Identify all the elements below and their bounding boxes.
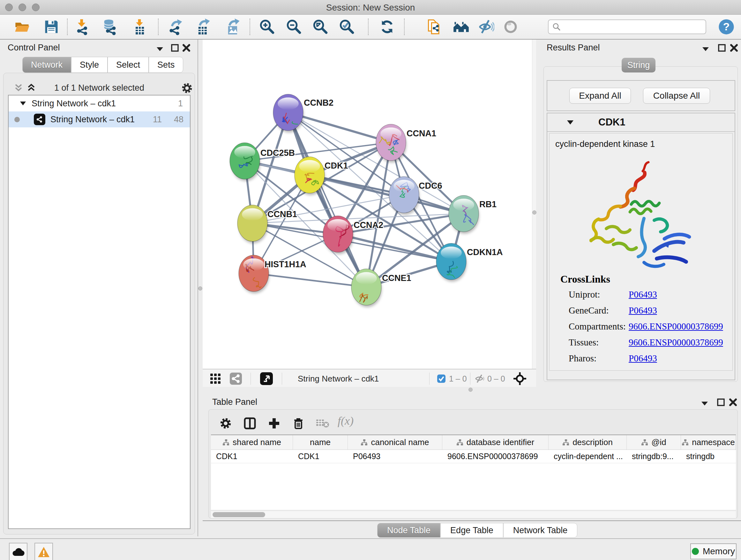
show-columns-button[interactable]: [241, 414, 259, 433]
zoom-fit-button[interactable]: [310, 17, 331, 37]
node-RB1[interactable]: [449, 195, 479, 234]
panel-float-icon[interactable]: [156, 46, 164, 52]
gear-icon[interactable]: [181, 82, 193, 94]
tab-node-table[interactable]: Node Table: [377, 523, 441, 538]
selected-checkbox-icon[interactable]: [434, 372, 448, 385]
splitter-handle[interactable]: [198, 287, 202, 291]
collection-expander-icon[interactable]: [19, 101, 26, 106]
node-CCNA1[interactable]: [376, 124, 406, 163]
network-canvas[interactable]: CCNB2CCNA1CDC25BCDK1CDC6RB1CCNB1CCNA2CDK…: [203, 40, 532, 369]
open-session-button[interactable]: [12, 17, 32, 37]
panel-close-icon[interactable]: [729, 398, 738, 407]
export-network-button[interactable]: [166, 17, 186, 37]
birds-eye-view-button[interactable]: [259, 372, 273, 385]
panel-maximize-icon[interactable]: [718, 44, 726, 52]
tab-network-table[interactable]: Network Table: [503, 523, 578, 538]
memory-button[interactable]: Memory: [690, 543, 737, 559]
table-hscrollbar[interactable]: [211, 511, 736, 518]
splitter-handle[interactable]: [468, 388, 473, 392]
network-collection-row[interactable]: String Network – cdk1 1: [9, 96, 190, 111]
refresh-button[interactable]: [377, 17, 397, 37]
column-header-label: shared name: [232, 437, 281, 447]
fit-selected-crosshair-button[interactable]: [513, 372, 527, 385]
zoom-out-button[interactable]: [284, 17, 304, 37]
import-table-icon: [131, 18, 148, 35]
zoom-selected-button[interactable]: [337, 17, 357, 37]
help-button[interactable]: ?: [716, 17, 737, 37]
panel-float-icon[interactable]: [700, 400, 709, 406]
crosslink-link[interactable]: 9606.ENSP00000378699: [629, 321, 723, 332]
string-document-button[interactable]: [424, 17, 445, 37]
tab-select[interactable]: Select: [108, 57, 149, 73]
import-table-button[interactable]: [129, 17, 150, 37]
left-splitter[interactable]: [198, 40, 203, 537]
splitter-handle[interactable]: [532, 210, 536, 214]
hidden-eye-icon[interactable]: [473, 372, 487, 385]
node-CCNE1[interactable]: [351, 269, 382, 307]
delete-table-button[interactable]: [313, 414, 332, 433]
delete-column-button[interactable]: [289, 414, 308, 433]
network-svg[interactable]: CCNB2CCNA1CDC25BCDK1CDC6RB1CCNB1CCNA2CDK…: [203, 40, 532, 369]
zoom-in-button[interactable]: [257, 17, 277, 37]
save-session-button[interactable]: [41, 17, 62, 37]
column-header-namespace[interactable]: namespace: [681, 435, 736, 449]
import-network-file-icon: [74, 18, 91, 35]
save-floppy-icon: [43, 18, 60, 35]
gene-section-header[interactable]: CDK1: [547, 113, 735, 132]
column-header-database-identifier[interactable]: database identifier: [442, 435, 549, 449]
tab-string[interactable]: String: [622, 58, 656, 72]
grid-view-button[interactable]: [208, 372, 222, 385]
network-share-button[interactable]: [229, 372, 243, 385]
gene-expander-icon[interactable]: [566, 119, 574, 125]
graphics-sphere-button[interactable]: [500, 17, 521, 37]
tab-style[interactable]: Style: [71, 57, 108, 73]
add-column-button[interactable]: [265, 414, 283, 433]
export-table-button[interactable]: [193, 17, 213, 37]
node-CDKN1A[interactable]: [436, 243, 467, 282]
node-label-CCNE1: CCNE1: [382, 273, 411, 283]
crosslink-link[interactable]: P06493: [629, 305, 657, 316]
string-home-button[interactable]: [451, 17, 471, 37]
node-CCNB2[interactable]: [273, 94, 304, 133]
tab-network[interactable]: Network: [22, 57, 71, 73]
search-input[interactable]: [561, 22, 702, 31]
function-builder-button[interactable]: f(x): [338, 414, 354, 428]
node-CDC25B[interactable]: [230, 143, 260, 181]
table-row[interactable]: CDK1CDK1P064939606.ENSP00000378699cyclin…: [211, 450, 736, 463]
collapse-all-button[interactable]: Collapse All: [643, 88, 710, 104]
column-header-label: canonical name: [371, 437, 429, 447]
column-header-name[interactable]: name: [293, 435, 348, 449]
export-image-button[interactable]: [223, 17, 243, 37]
tab-sets[interactable]: Sets: [149, 57, 183, 73]
column-header-shared-name[interactable]: shared name: [211, 435, 293, 449]
node-CCNA2[interactable]: [323, 216, 353, 254]
expand-all-button[interactable]: Expand All: [569, 88, 631, 104]
graphics-hide-button[interactable]: [476, 17, 496, 37]
network-row[interactable]: String Network – cdk1 11 48: [9, 111, 190, 127]
table-settings-button[interactable]: [216, 414, 235, 433]
node-CCNB1[interactable]: [238, 205, 268, 243]
crosslink-link[interactable]: 9606.ENSP00000378699: [629, 337, 723, 348]
import-network-database-button[interactable]: [99, 17, 120, 37]
edge-HIST1H1A-CCNE1[interactable]: [254, 273, 366, 287]
warnings-button[interactable]: [35, 543, 53, 560]
houses-icon: [453, 18, 469, 35]
crosslink-link[interactable]: P06493: [629, 353, 657, 364]
expand-collapse-box: Expand All Collapse All: [547, 80, 735, 111]
crosslink-link[interactable]: P06493: [629, 289, 657, 300]
panel-float-icon[interactable]: [701, 46, 710, 52]
panel-close-icon[interactable]: [730, 44, 738, 52]
scrollbar-thumb[interactable]: [212, 512, 265, 517]
cloud-status-button[interactable]: [9, 543, 27, 560]
column-header-canonical-name[interactable]: canonical name: [348, 435, 442, 449]
tab-edge-table[interactable]: Edge Table: [441, 523, 503, 538]
import-network-file-button[interactable]: [72, 17, 93, 37]
column-header-description[interactable]: description: [549, 435, 627, 449]
column-header--id[interactable]: @id: [627, 435, 681, 449]
panel-maximize-icon[interactable]: [171, 44, 179, 52]
edge-CCNB2-CCNA1[interactable]: [288, 112, 391, 142]
node-CDK1[interactable]: [294, 157, 325, 195]
right-splitter[interactable]: [536, 40, 539, 392]
panel-maximize-icon[interactable]: [717, 398, 725, 407]
panel-close-icon[interactable]: [182, 44, 191, 52]
